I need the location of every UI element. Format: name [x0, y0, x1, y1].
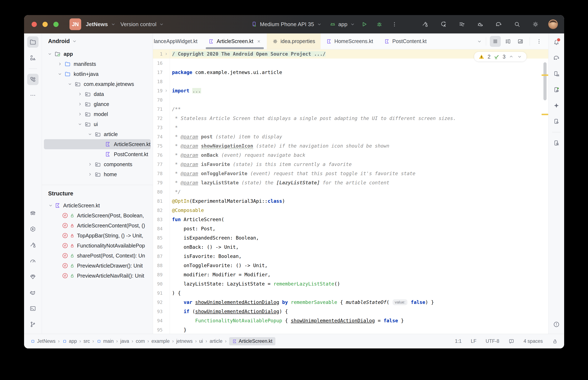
code-line-90[interactable]: 90 lazyListState: LazyListState = rememb…	[153, 279, 548, 288]
minimize-window-button[interactable]	[42, 22, 48, 27]
run-button[interactable]	[358, 18, 370, 30]
gemini-icon[interactable]	[551, 100, 562, 111]
breadcrumb-app[interactable]: app	[62, 338, 77, 344]
gradle-sync-icon[interactable]	[493, 18, 505, 30]
breadcrumb-articlescreen-kt[interactable]: ArticleScreen.kt	[229, 337, 275, 345]
write-access-lock-icon[interactable]	[552, 338, 558, 344]
breadcrumb-jetnews[interactable]: JetNews	[30, 338, 56, 344]
editor-tab-homescreens-kt[interactable]: HomeScreens.kt	[321, 34, 379, 49]
code-line-85[interactable]: 85 isExpandedScreen: Boolean,	[153, 233, 548, 243]
code-line-95[interactable]: 95 }	[153, 325, 548, 334]
line-number[interactable]: 70	[153, 97, 162, 103]
tree-item-model[interactable]: model	[44, 109, 151, 119]
profiler-icon[interactable]	[27, 255, 39, 266]
code-line-82[interactable]: 82@Composable	[153, 206, 548, 215]
structure-item[interactable]: TopAppBar(String, () -> Unit,	[42, 230, 153, 241]
terminal-icon[interactable]	[27, 303, 39, 314]
code-line-18[interactable]: 18	[153, 77, 548, 86]
caret-position[interactable]: 1:1	[455, 338, 462, 344]
code-line-83[interactable]: 83fun ArticleScreen(	[153, 215, 548, 224]
line-number[interactable]: 76	[153, 152, 162, 158]
chevron-right-icon[interactable]	[76, 92, 84, 96]
build-icon[interactable]	[419, 18, 431, 30]
code-line-71[interactable]: 71/**	[153, 105, 548, 114]
project-view-selector[interactable]: Android	[48, 38, 70, 44]
editor-only-view-button[interactable]	[490, 36, 501, 47]
line-number[interactable]: 86	[153, 245, 162, 250]
device-manager-icon[interactable]	[551, 84, 562, 95]
logcat-icon[interactable]	[27, 287, 39, 298]
line-number[interactable]: 18	[153, 79, 162, 84]
chevron-right-icon[interactable]	[86, 172, 94, 177]
tree-item-ui[interactable]: ui	[44, 119, 151, 129]
chevron-down-icon[interactable]	[76, 122, 84, 127]
problems-icon[interactable]	[551, 319, 562, 330]
services-icon[interactable]	[27, 224, 39, 235]
zoom-window-button[interactable]	[53, 22, 59, 27]
breadcrumb-src[interactable]: src	[83, 338, 90, 344]
line-number[interactable]: 91	[153, 290, 162, 296]
line-number[interactable]: 89	[153, 272, 162, 277]
chevron-right-icon[interactable]	[76, 112, 84, 117]
code-line-81[interactable]: 81@OptIn(ExperimentalMaterial3Api::class…	[153, 196, 548, 206]
line-number[interactable]: 82	[153, 208, 162, 213]
tree-item-app[interactable]: app	[44, 49, 151, 59]
line-number[interactable]: 73	[153, 125, 162, 130]
code-line-94[interactable]: 94 FunctionalityNotAvailablePopup { show…	[153, 316, 548, 325]
more-tool-windows-icon[interactable]	[27, 90, 39, 101]
chevron-down-icon[interactable]	[66, 81, 74, 87]
line-number[interactable]: 80	[153, 189, 162, 195]
structure-item[interactable]: PreviewArticleDrawer(): Unit	[42, 261, 153, 271]
line-number[interactable]: 95	[153, 327, 162, 333]
tree-item-glance[interactable]: glance	[44, 99, 151, 109]
next-problem-icon[interactable]	[517, 54, 522, 59]
code-line-93[interactable]: 93 if (showUnimplementedActionDialog) {	[153, 307, 548, 316]
line-number[interactable]: 71	[153, 107, 162, 112]
build-tool-icon[interactable]	[27, 239, 39, 251]
notifications-icon[interactable]	[551, 36, 562, 48]
code-line-79[interactable]: 79 * @param lazyListState (state) the [L…	[153, 178, 548, 187]
profile-app-icon[interactable]	[474, 18, 486, 30]
breadcrumb-main[interactable]: main	[97, 338, 114, 344]
code-line-75[interactable]: 75 * @param showNavigationIcon (state) i…	[153, 141, 548, 151]
tree-item-article[interactable]: article	[44, 129, 151, 139]
design-view-button[interactable]	[515, 36, 526, 47]
breadcrumb-jetnews[interactable]: jetnews	[176, 338, 193, 344]
highlight-level-icon[interactable]	[508, 338, 514, 344]
fold-arrow-icon[interactable]	[162, 52, 170, 56]
file-encoding[interactable]: UTF-8	[486, 338, 499, 344]
line-ending[interactable]: LF	[471, 338, 476, 344]
tree-item-manifests[interactable]: manifests	[44, 59, 151, 69]
breadcrumb-ui[interactable]: ui	[199, 338, 203, 344]
code-line-70[interactable]: 70	[153, 95, 548, 105]
warning-stripe-mark[interactable]	[542, 75, 548, 76]
fold-arrow-icon[interactable]	[162, 89, 170, 93]
line-number[interactable]: 78	[153, 171, 162, 176]
indent-setting[interactable]: 4 spaces	[524, 338, 543, 344]
structure-tool-icon[interactable]	[27, 74, 39, 85]
debug-button[interactable]	[373, 18, 385, 30]
run-config-selector[interactable]: app	[330, 21, 355, 28]
editor-tab-idea-properties[interactable]: idea.properties	[267, 34, 321, 49]
code-editor[interactable]: 1/ Copyright 2020 The Android Open Sourc…	[153, 49, 548, 334]
line-number[interactable]: 74	[153, 134, 162, 139]
code-line-89[interactable]: 89 modifier: Modifier = Modifier,	[153, 270, 548, 279]
chevron-down-icon[interactable]	[86, 132, 94, 137]
project-tool-icon[interactable]	[27, 36, 39, 48]
chevron-right-icon[interactable]	[56, 61, 64, 66]
gradle-tool-icon[interactable]	[551, 52, 562, 64]
line-number[interactable]: 1	[153, 51, 162, 57]
structure-item[interactable]: ArticleScreen(Post, Boolean,	[42, 210, 153, 221]
editor-tab-lanceappwidget-kt[interactable]: lanceAppWidget.kt	[153, 34, 203, 49]
split-view-button[interactable]	[502, 36, 513, 47]
device-selector[interactable]: Medium Phone API 35	[251, 21, 322, 28]
code-line-86[interactable]: 86 onBack: () -> Unit,	[153, 243, 548, 252]
editor-scrollbar[interactable]	[544, 62, 547, 100]
vcs-widget[interactable]: Version control	[121, 21, 164, 28]
breadcrumb-article[interactable]: article	[210, 338, 223, 344]
breadcrumb-example[interactable]: example	[151, 338, 170, 344]
version-control-icon[interactable]	[27, 319, 39, 330]
line-number[interactable]: 84	[153, 226, 162, 231]
device-pairing-icon[interactable]	[551, 116, 562, 127]
close-tab-icon[interactable]	[256, 39, 261, 44]
